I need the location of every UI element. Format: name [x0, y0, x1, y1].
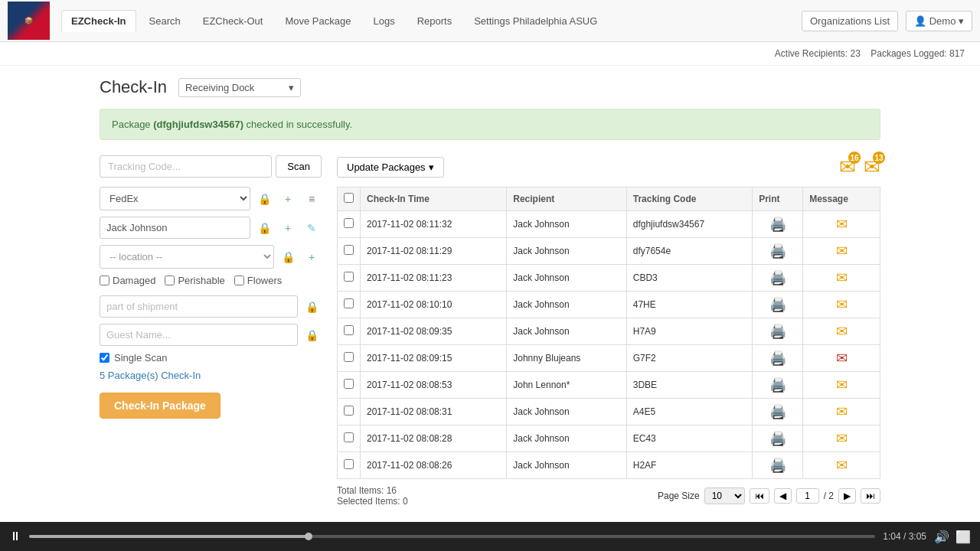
flowers-checkbox-label[interactable]: Flowers — [234, 275, 283, 286]
user-dropdown[interactable]: 👤 Demo ▾ — [906, 11, 972, 31]
print-icon[interactable]: 🖨️ — [769, 217, 786, 232]
carrier-add-icon[interactable]: + — [278, 189, 298, 209]
volume-icon[interactable]: 🔊 — [934, 530, 949, 544]
message-icon[interactable]: ✉ — [836, 297, 848, 312]
print-icon[interactable]: 🖨️ — [769, 431, 786, 446]
update-packages-button[interactable]: Update Packages ▾ — [337, 157, 444, 178]
row-checkbox[interactable] — [344, 352, 354, 362]
row-checkbox-cell — [338, 372, 361, 399]
flowers-checkbox[interactable] — [234, 276, 244, 285]
totals: Total Items: 16 Selected Items: 0 — [337, 485, 408, 507]
nav-movepackage[interactable]: Move Package — [276, 11, 360, 31]
print-icon[interactable]: 🖨️ — [769, 458, 786, 473]
shipment-input[interactable] — [100, 295, 298, 318]
pause-button[interactable]: ⏸ — [9, 530, 21, 543]
carrier-select[interactable]: FedEx UPS USPS DHL — [100, 187, 250, 210]
col-print: Print — [753, 187, 803, 211]
location-row: -- location -- 🔒 + — [100, 245, 322, 269]
recipient-add-icon[interactable]: + — [278, 218, 298, 238]
checkbox-row: Damaged Perishable Flowers — [100, 275, 322, 286]
row-checkbox[interactable] — [344, 325, 354, 335]
next-page-button[interactable]: ▶ — [838, 488, 856, 504]
damaged-checkbox[interactable] — [100, 276, 109, 285]
row-checkbox[interactable] — [344, 245, 354, 255]
message-icon[interactable]: ✉ — [836, 350, 848, 366]
row-message: ✉ — [803, 292, 880, 318]
message-icon[interactable]: ✉ — [836, 404, 848, 419]
message-icon[interactable]: ✉ — [836, 243, 848, 259]
print-icon[interactable]: 🖨️ — [769, 324, 786, 339]
message-icon[interactable]: ✉ — [836, 324, 848, 339]
tracking-input[interactable] — [100, 155, 272, 178]
perishable-checkbox-label[interactable]: Perishable — [165, 275, 224, 286]
carrier-list-icon[interactable]: ≡ — [302, 189, 322, 209]
message-icon[interactable]: ✉ — [836, 377, 848, 393]
recipient-edit-icon[interactable]: ✎ — [302, 218, 322, 238]
print-icon[interactable]: 🖨️ — [769, 297, 786, 312]
location-dropdown[interactable]: Receiving Dock ▾ — [178, 78, 301, 97]
nav-search[interactable]: Search — [140, 11, 190, 31]
first-page-button[interactable]: ⏮ — [750, 488, 769, 504]
print-icon[interactable]: 🖨️ — [769, 243, 786, 259]
progress-bar[interactable] — [29, 535, 875, 538]
row-checkbox[interactable] — [344, 298, 354, 308]
status-bar: Active Recipients: 23 Packages Logged: 8… — [0, 42, 980, 66]
row-tracking: A4E5 — [626, 399, 752, 425]
print-icon[interactable]: 🖨️ — [769, 270, 786, 285]
fullscreen-icon[interactable]: ⬜ — [956, 530, 971, 544]
row-checkbox[interactable] — [344, 406, 354, 416]
scan-button[interactable]: Scan — [276, 155, 322, 178]
current-page-input[interactable] — [796, 488, 819, 504]
message-icon[interactable]: ✉ — [836, 458, 848, 473]
perishable-checkbox[interactable] — [165, 276, 175, 285]
organizations-dropdown[interactable]: Organizations List — [802, 11, 898, 31]
table-row: 2017-11-02 08:08:31 Jack Johnson A4E5 🖨️… — [338, 399, 880, 425]
nav-settings[interactable]: Settings Philadelphia ASUG — [465, 11, 606, 31]
print-icon[interactable]: 🖨️ — [769, 404, 786, 419]
location-value: Receiving Dock — [185, 82, 254, 93]
message-icon[interactable]: ✉ — [836, 270, 848, 285]
row-checkbox[interactable] — [344, 459, 354, 469]
row-checkbox[interactable] — [344, 432, 354, 442]
row-message: ✉ — [803, 318, 880, 345]
carrier-lock-icon: 🔒 — [254, 189, 274, 209]
row-time: 2017-11-02 08:08:28 — [361, 425, 507, 452]
page-size-select[interactable]: 10 25 50 100 — [704, 487, 745, 504]
row-checkbox[interactable] — [344, 272, 354, 282]
row-tracking: dfy7654e — [626, 238, 752, 265]
select-all-checkbox[interactable] — [344, 193, 354, 203]
row-checkbox-cell — [338, 292, 361, 318]
location-select[interactable]: -- location -- — [100, 245, 274, 269]
damaged-checkbox-label[interactable]: Damaged — [100, 275, 155, 286]
row-checkbox-cell — [338, 238, 361, 265]
row-checkbox-cell — [338, 399, 361, 425]
message-icon[interactable]: ✉ — [836, 217, 848, 232]
table-row: 2017-11-02 08:08:53 John Lennon* 3DBE 🖨️… — [338, 372, 880, 399]
nav-ezcheckin[interactable]: EZCheck-In — [61, 10, 136, 32]
nav-reports[interactable]: Reports — [408, 11, 462, 31]
prev-page-button[interactable]: ◀ — [774, 488, 792, 504]
chevron-down-icon: ▾ — [429, 161, 434, 173]
row-message: ✉ — [803, 211, 880, 238]
pkg-count[interactable]: 5 Package(s) Check-In — [100, 370, 322, 381]
notification-bell-2[interactable]: ✉ 13 — [864, 155, 880, 179]
location-add-icon[interactable]: + — [302, 247, 322, 267]
print-icon[interactable]: 🖨️ — [769, 377, 786, 393]
row-time: 2017-11-02 08:11:29 — [361, 238, 507, 265]
recipient-input[interactable]: Jack Johnson — [100, 217, 250, 239]
nav-right: Organizations List 👤 Demo ▾ — [802, 11, 972, 31]
nav-logs[interactable]: Logs — [364, 11, 403, 31]
row-checkbox[interactable] — [344, 218, 354, 228]
print-icon[interactable]: 🖨️ — [769, 350, 786, 366]
notif-badge-2: 13 — [873, 152, 885, 164]
notification-bell-1[interactable]: ✉ 16 — [839, 155, 856, 179]
guest-input[interactable] — [100, 324, 298, 346]
checkin-button[interactable]: Check-In Package — [100, 393, 220, 419]
row-recipient: Jack Johnson — [507, 265, 626, 292]
nav-ezcheckout[interactable]: EZCheck-Out — [194, 11, 273, 31]
last-page-button[interactable]: ⏭ — [861, 488, 880, 504]
single-scan-label[interactable]: Single Scan — [114, 352, 167, 364]
single-scan-checkbox[interactable] — [100, 353, 109, 363]
row-checkbox[interactable] — [344, 379, 354, 389]
message-icon[interactable]: ✉ — [836, 431, 848, 446]
